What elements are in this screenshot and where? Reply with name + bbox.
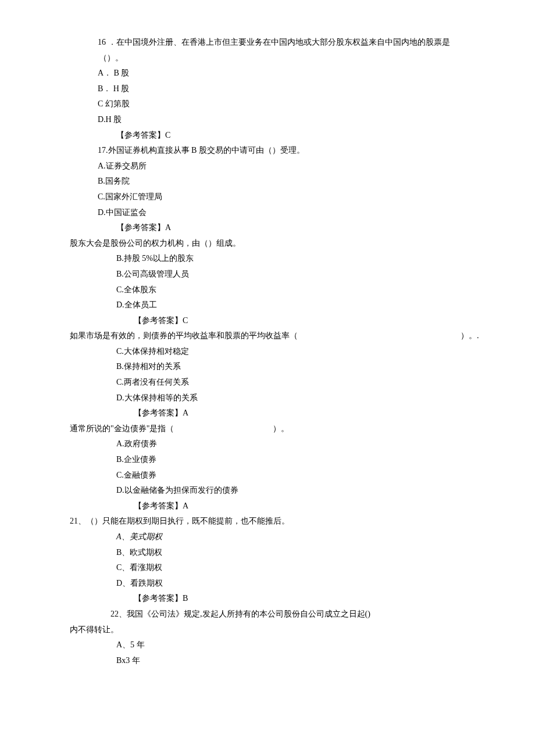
- q19-option-b: B.保持相对的关系: [116, 359, 512, 375]
- q16-option-c: C 幻第股: [98, 96, 512, 112]
- q20-answer: 【参考答案】A: [134, 499, 512, 514]
- spacer: [174, 421, 273, 437]
- q20-stem-part-b: ）。: [273, 421, 289, 437]
- q17-option-c: C.国家外汇管理局: [98, 189, 512, 205]
- spacer: [298, 328, 461, 344]
- q19-stem: 如果市场是有效的，则债券的平均收益率和股票的平均收益率（ ）。.: [70, 328, 512, 344]
- q18-option-d: D.全体员工: [116, 298, 512, 313]
- q17-option-b: B.国务院: [98, 174, 512, 189]
- q16-option-d: D.H 股: [98, 112, 512, 128]
- q19-option-d: D.大体保持相等的关系: [116, 390, 512, 406]
- q16-option-b: B． H 股: [98, 81, 512, 97]
- q16-stem-line1: 16 ．在中国境外注册、在香港上市但主要业务在中国内地或大部分股东权益来自中国内…: [98, 35, 512, 51]
- q21-option-b: B、欧式期权: [116, 545, 512, 561]
- q18-stem: 股东大会是股份公司的权力机构，由（）组成。: [70, 236, 512, 252]
- q17-answer: 【参考答案】A: [116, 220, 512, 236]
- q19-stem-part-a: 如果市场是有效的，则债券的平均收益率和股票的平均收益率（: [70, 328, 298, 344]
- q19-option-c: C.两者没有任何关系: [116, 375, 512, 390]
- q17-stem: 17.外国证券机构直接从事 B 股交易的中请可由（）受理。: [98, 143, 512, 159]
- q22-option-b: Bx3 年: [116, 653, 512, 669]
- q20-stem-part-a: 通常所说的"金边债券"是指（: [70, 421, 174, 437]
- document-page: 16 ．在中国境外注册、在香港上市但主要业务在中国内地或大部分股东权益来自中国内…: [0, 0, 535, 691]
- q19-stem-part-b: ）。.: [461, 328, 479, 344]
- q21-option-a: A、美式期权: [116, 529, 512, 545]
- q16-answer: 【参考答案】C: [116, 128, 512, 144]
- q22-stem-line2: 内不得转让。: [70, 622, 512, 638]
- q21-option-d: D、看跌期权: [116, 576, 512, 592]
- q22-option-a: A、5 年: [116, 637, 512, 653]
- q18-option-b: B.公司高级管理人员: [116, 267, 512, 282]
- q21-stem: 21、（）只能在期权到期日执行，既不能提前，也不能推后。: [70, 514, 512, 529]
- q18-answer: 【参考答案】C: [134, 313, 512, 329]
- q20-stem: 通常所说的"金边债券"是指（ ）。: [70, 421, 512, 437]
- q19-answer: 【参考答案】A: [134, 406, 512, 421]
- q16-stem-line2: （）。: [99, 51, 512, 66]
- q17-option-a: A.证券交易所: [98, 159, 512, 174]
- q18-option-c: C.全体股东: [116, 282, 512, 298]
- q20-option-b: B.企业债券: [116, 452, 512, 468]
- q19-option-a: C.大体保持相对稳定: [116, 344, 512, 360]
- q21-option-c: C、看涨期权: [116, 560, 512, 576]
- q17-option-d: D.中国证监会: [98, 205, 512, 221]
- q20-option-d: D.以金融储备为担保而发行的债券: [116, 483, 512, 499]
- q16-option-a: A． B 股: [98, 66, 512, 81]
- q21-answer: 【参考答案】B: [134, 591, 512, 607]
- q20-option-c: C.金融债券: [116, 468, 512, 483]
- q20-option-a: A.政府债券: [116, 436, 512, 452]
- q18-option-a: B.持股 5%以上的股东: [116, 251, 512, 267]
- q22-stem-line1: 22、我国《公司法》规定,发起人所持有的本公司股份自公司成立之日起(): [110, 607, 512, 622]
